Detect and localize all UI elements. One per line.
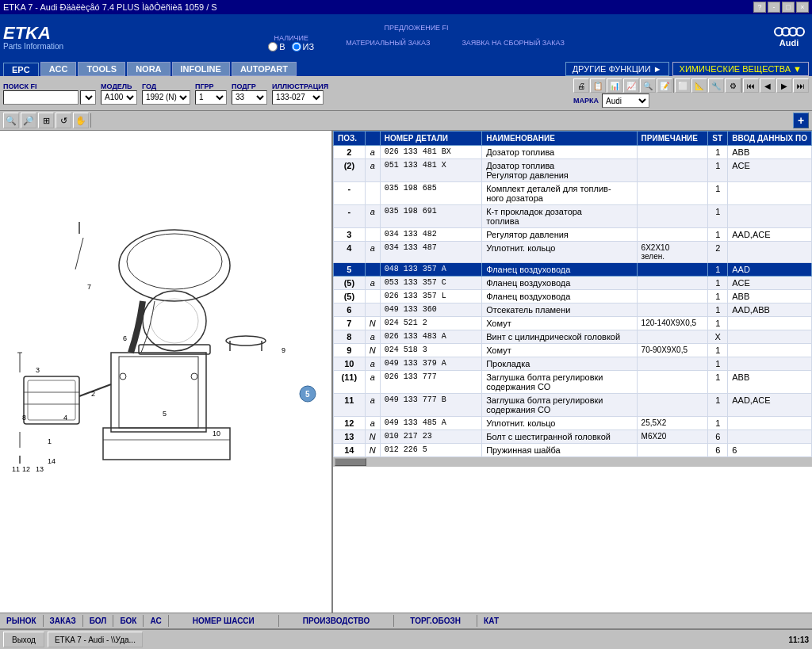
year-select[interactable]: 1992 (N) — [142, 90, 190, 105]
taskbar-etka[interactable]: ETKA 7 - Audi - \\Уда... — [48, 632, 143, 647]
year-label: ГОД — [142, 82, 190, 90]
exit-button[interactable]: Выход — [3, 632, 44, 647]
table-cell — [637, 205, 708, 228]
radio-iz[interactable] — [292, 42, 301, 52]
podgr-select[interactable]: 33 — [232, 90, 267, 105]
icon4[interactable]: 📈 — [623, 78, 639, 93]
minimize-button[interactable]: - — [768, 2, 780, 13]
table-row[interactable]: (5)a053 133 357 СФланец воздуховода1ACE — [334, 277, 812, 290]
table-row[interactable]: (2)a051 133 481 XДозатор топлива Регулят… — [334, 159, 812, 182]
svg-point-5 — [151, 299, 198, 343]
table-cell — [728, 182, 812, 205]
table-cell: Хомут — [482, 344, 637, 357]
sep1 — [673, 78, 674, 93]
table-cell: 012 226 5 — [380, 444, 481, 457]
table-cell: X — [708, 330, 728, 344]
zoom-fit-icon[interactable]: ⊞ — [38, 113, 54, 128]
close-button[interactable]: × — [796, 2, 809, 13]
table-row[interactable]: (5)026 133 357 LФланец воздуховода1ABB — [334, 290, 812, 304]
svg-rect-30 — [103, 428, 230, 460]
radio-b[interactable] — [268, 42, 278, 52]
table-cell — [365, 228, 380, 242]
table-cell: ACE — [728, 159, 812, 182]
scrollbar-thumb[interactable] — [335, 458, 366, 466]
icon9[interactable]: 🔧 — [708, 78, 724, 93]
podgr-label: ПОДГР — [232, 82, 267, 90]
tab-epc[interactable]: EPC — [3, 63, 39, 76]
help-button[interactable]: ? — [753, 2, 766, 13]
col-data: ВВОД ДАННЫХ ПО — [728, 132, 812, 146]
table-cell: a — [365, 371, 380, 394]
tab-autopart[interactable]: AUTOPART — [232, 62, 297, 76]
svg-text:14: 14 — [48, 457, 56, 465]
table-row[interactable]: 10a049 133 379 АПрокладка1 — [334, 357, 812, 371]
scrollbar-x[interactable] — [333, 457, 812, 467]
material-label: МАТЕРИАЛЬНЫЙ ЗАКАЗ — [346, 39, 430, 47]
icon10[interactable]: ⚙ — [725, 78, 741, 93]
status-bar: РЫНОК ЗАКАЗ БОЛ БОК АС НОМЕР ШАССИ ПРОИЗ… — [0, 613, 812, 628]
icon7[interactable]: ⬜ — [675, 78, 691, 93]
table-row[interactable]: 4a034 133 487Уплотнит. кольцо6Х2Х10 зеле… — [334, 242, 812, 263]
nav-next-btn[interactable]: ▶ — [776, 78, 792, 93]
icon5[interactable]: 🔍 — [640, 78, 656, 93]
table-cell: 10 — [334, 357, 366, 371]
icon3[interactable]: 📊 — [607, 78, 622, 93]
icon6[interactable]: 📝 — [657, 78, 672, 93]
table-row[interactable]: 6049 133 360Отсекатель пламени1AAD,ABB — [334, 304, 812, 317]
radio-iz-label[interactable]: ИЗ — [292, 42, 315, 52]
table-cell: 1 — [708, 146, 728, 159]
model-select[interactable]: A100 — [101, 90, 137, 105]
radio-b-label[interactable]: В — [268, 42, 285, 52]
nav-first-btn[interactable]: ⏮ — [743, 78, 759, 93]
table-row[interactable]: (11)a026 133 777Заглушка болта регулиров… — [334, 371, 812, 394]
table-row[interactable]: 5048 133 357 АФланец воздуховода1AAD — [334, 263, 812, 277]
chemicals-button[interactable]: ХИМИЧЕСКИЕ ВЕЩЕСТВА ▼ — [672, 62, 809, 76]
model-label: МОДЕЛЬ — [101, 82, 137, 90]
table-cell: 024 521 2 — [380, 317, 481, 330]
zoom-in-icon[interactable]: 🔍 — [3, 113, 19, 128]
icon2[interactable]: 📋 — [590, 78, 606, 93]
tab-tools[interactable]: TOOLS — [78, 62, 125, 76]
table-row[interactable]: 12a049 133 485 АУплотнит. кольцо25,5Х21 — [334, 417, 812, 430]
table-row[interactable]: 2a026 133 481 ВХДозатор топлива1ABB — [334, 146, 812, 159]
table-row[interactable]: 11a049 133 777 ВЗаглушка болта регулиров… — [334, 394, 812, 417]
illustration-label: ИЛЛЮСТРАЦИЯ — [272, 82, 328, 90]
status-bol: БОЛ — [83, 615, 114, 627]
table-row[interactable]: 9N024 518 3Хомут70-90Х9Х0,51 — [334, 344, 812, 357]
tab-infoline[interactable]: INFOLINE — [172, 62, 230, 76]
search-input[interactable] — [3, 90, 79, 105]
table-cell: a — [365, 394, 380, 417]
icon8[interactable]: 📐 — [691, 78, 707, 93]
nav-last-btn[interactable]: ⏭ — [793, 78, 809, 93]
zoom-out-icon[interactable]: 🔎 — [21, 113, 36, 128]
table-row[interactable]: 3034 133 482Регулятор давления1AAD,ACE — [334, 228, 812, 242]
brand-select[interactable]: Audi — [602, 94, 649, 108]
pgp-select[interactable]: 1 — [195, 90, 227, 105]
predlojenie-label: ПРЕДЛОЖЕНИЕ FI — [385, 24, 449, 32]
table-row[interactable]: 8a026 133 483 АВинт с цилиндрической гол… — [334, 330, 812, 344]
table-cell: a — [365, 330, 380, 344]
content-area: 1 2 3 4 5 6 7 8 9 10 5 — [0, 131, 812, 613]
zoom-reset-icon[interactable]: ↺ — [56, 113, 71, 128]
table-row[interactable]: 7N024 521 2Хомут120-140Х9Х0,51 — [334, 317, 812, 330]
table-row[interactable]: 13N010 217 23Болт с шестигранной головко… — [334, 430, 812, 444]
table-row[interactable]: 14N012 226 5Пружинная шайба66 — [334, 444, 812, 457]
svg-text:8: 8 — [22, 414, 26, 422]
table-row[interactable]: -035 198 685Комплект деталей для топлив-… — [334, 182, 812, 205]
table-row[interactable]: -a035 198 691К-т прокладок дозатора топл… — [334, 205, 812, 228]
print-icon[interactable]: 🖨 — [573, 78, 589, 93]
tab-nora[interactable]: NORA — [127, 62, 170, 76]
diagram-svg: 1 2 3 4 5 6 7 8 9 10 5 — [0, 131, 333, 471]
add-button[interactable]: + — [793, 113, 809, 128]
maximize-button[interactable]: □ — [782, 2, 795, 13]
table-cell — [637, 290, 708, 304]
svg-text:1: 1 — [48, 437, 52, 445]
parts-table-container[interactable]: ПОЗ. НОМЕР ДЕТАЛИ НАИМЕНОВАНИЕ ПРИМЕЧАНИ… — [333, 131, 812, 613]
tab-acc[interactable]: ACC — [40, 62, 77, 76]
other-functions-button[interactable]: ДРУГИЕ ФУНКЦИИ ► — [565, 62, 669, 76]
sep2 — [741, 78, 742, 93]
pan-icon[interactable]: ✋ — [73, 113, 89, 128]
illustration-select[interactable]: 133-027 — [272, 90, 324, 105]
nav-prev-btn[interactable]: ◀ — [760, 78, 776, 93]
search-dropdown[interactable] — [80, 90, 96, 105]
